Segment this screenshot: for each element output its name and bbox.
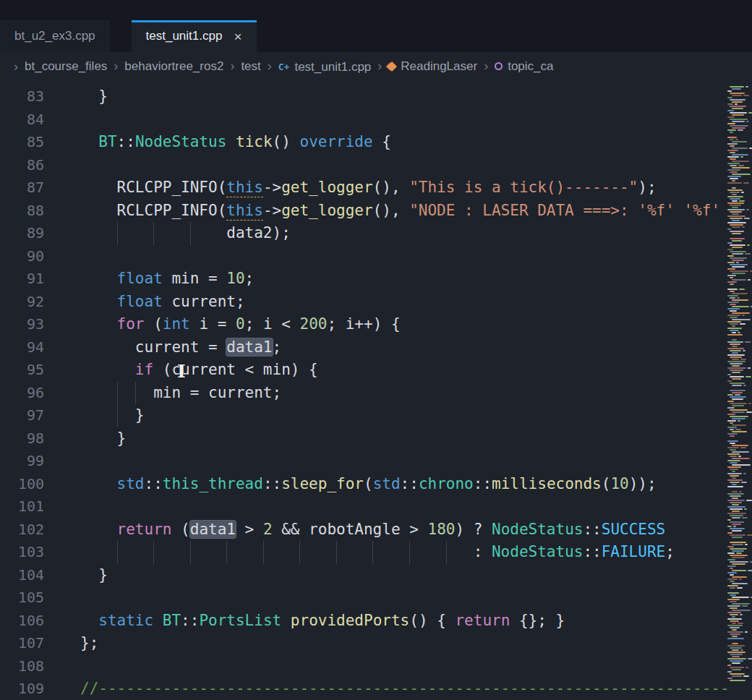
- minimap-row: [727, 123, 752, 124]
- minimap-row: [727, 367, 752, 369]
- breadcrumb: › bt_course_files›behaviortree_ros2›test…: [0, 52, 752, 81]
- minimap-row: [727, 233, 752, 234]
- minimap-row: [727, 433, 752, 435]
- line-number: 95: [0, 359, 44, 382]
- active-tab-accent: [132, 20, 257, 22]
- line-number: 89: [0, 222, 44, 245]
- minimap-row: [727, 293, 752, 294]
- breadcrumb-item-test[interactable]: test: [241, 59, 260, 74]
- minimap-row: [727, 488, 752, 490]
- minimap-row: [727, 244, 752, 246]
- minimap-row: [727, 418, 752, 419]
- minimap-row: [727, 270, 752, 272]
- breadcrumb-item-topic_ca[interactable]: topic_ca: [495, 59, 553, 74]
- minimap-row: [727, 169, 752, 171]
- minimap-row: [727, 348, 752, 349]
- minimap-row: [727, 563, 752, 565]
- minimap-row: [727, 667, 752, 668]
- minimap-row: [727, 215, 752, 217]
- minimap-row: [727, 299, 752, 301]
- minimap-row: [727, 519, 752, 521]
- code-line-109: //--------------------------------------…: [80, 678, 727, 700]
- minimap-row: [727, 145, 752, 147]
- minimap-row: [727, 658, 752, 660]
- breadcrumb-item-ReadingLaser[interactable]: ReadingLaser: [388, 59, 477, 74]
- minimap-row: [727, 592, 752, 594]
- minimap-row: [727, 565, 752, 567]
- minimap-row: [727, 202, 752, 204]
- code-line-97: }: [80, 404, 727, 427]
- minimap-row: [727, 205, 752, 206]
- minimap-row: [727, 431, 752, 432]
- minimap-row: [727, 477, 752, 479]
- minimap-row: [727, 266, 752, 268]
- minimap-row: [727, 213, 752, 215]
- minimap-row: [727, 378, 752, 380]
- tab-test_unit1[interactable]: test_unit1.cpp ×: [132, 20, 257, 52]
- minimap-row: [727, 482, 752, 483]
- minimap-row: [727, 539, 752, 541]
- minimap-row: [727, 500, 752, 501]
- line-number: 103: [0, 541, 44, 564]
- breadcrumb-item-bt_course_files[interactable]: bt_course_files: [25, 59, 107, 74]
- minimap-row: [727, 589, 752, 592]
- minimap-row: [727, 548, 752, 550]
- line-number: 91: [0, 268, 44, 291]
- minimap-row: [727, 251, 752, 252]
- minimap-row: [727, 587, 752, 589]
- minimap-row: [727, 508, 752, 510]
- minimap-row: [727, 411, 752, 413]
- editor[interactable]: 8384858687888990919293949596979899100101…: [0, 81, 752, 700]
- minimap-row: [727, 623, 752, 624]
- minimap-row: [727, 134, 752, 136]
- minimap-row: [727, 633, 752, 635]
- line-number: 104: [0, 564, 44, 587]
- minimap-row: [727, 568, 752, 569]
- breadcrumb-label: ReadingLaser: [401, 59, 477, 74]
- minimap-row: [727, 277, 752, 278]
- minimap-row: [727, 372, 752, 373]
- minimap-row: [727, 291, 752, 292]
- tab-bt_u2_ex3[interactable]: bt_u2_ex3.cpp: [0, 20, 110, 52]
- breadcrumb-item-behaviortree_ros2[interactable]: behaviortree_ros2: [124, 59, 223, 74]
- minimap-row: [727, 649, 752, 651]
- minimap-row: [727, 189, 752, 191]
- line-number: 107: [0, 632, 44, 655]
- minimap-row: [727, 295, 752, 296]
- tab-label: bt_u2_ex3.cpp: [14, 29, 95, 43]
- breadcrumb-item-test_unit1.cpp[interactable]: test_unit1.cpp: [278, 60, 372, 74]
- minimap-row: [727, 493, 752, 495]
- breadcrumb-label: behaviortree_ros2: [124, 59, 223, 74]
- line-number: 99: [0, 450, 44, 473]
- code-area[interactable]: } BT::NodeStatus tick() override { RCLCP…: [54, 81, 727, 700]
- minimap-row: [727, 479, 752, 481]
- code-line-104: }: [80, 564, 727, 587]
- code-line-89: data2);: [80, 222, 727, 245]
- minimap-row: [727, 363, 752, 364]
- minimap-row: [727, 339, 752, 341]
- minimap-row: [727, 211, 752, 213]
- minimap-row: [727, 629, 752, 631]
- minimap-row: [727, 93, 752, 94]
- minimap-row: [727, 262, 752, 263]
- minimap-row: [727, 317, 752, 318]
- minimap-row: [727, 542, 752, 543]
- minimap[interactable]: [727, 81, 752, 700]
- minimap-row: [727, 336, 752, 338]
- minimap-row: [727, 279, 752, 281]
- minimap-row: [727, 127, 752, 129]
- minimap-row: [727, 376, 752, 377]
- close-tab-icon[interactable]: ×: [234, 30, 242, 43]
- code-line-105: [80, 586, 727, 610]
- minimap-row: [727, 612, 752, 613]
- minimap-row: [727, 420, 752, 422]
- minimap-row: [727, 359, 752, 360]
- breadcrumb-label: test_unit1.cpp: [294, 60, 371, 74]
- minimap-row: [727, 627, 752, 628]
- minimap-row: [727, 427, 752, 428]
- minimap-row: [727, 453, 752, 455]
- minimap-row: [727, 357, 752, 358]
- minimap-row: [727, 141, 752, 142]
- code-line-100: std::this_thread::sleep_for(std::chrono:…: [80, 473, 727, 496]
- minimap-row: [727, 387, 752, 389]
